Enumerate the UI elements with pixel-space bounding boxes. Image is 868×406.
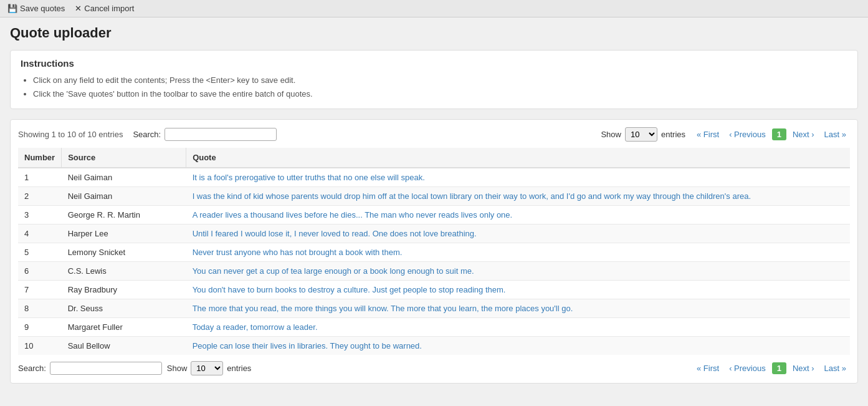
cell-source[interactable]: Ray Bradbury bbox=[62, 281, 186, 299]
bottom-search-input[interactable] bbox=[50, 362, 162, 375]
cancel-import-button[interactable]: ✕ Cancel import bbox=[75, 4, 134, 13]
cell-number[interactable]: 3 bbox=[18, 206, 62, 225]
top-next-button[interactable]: Next › bbox=[789, 128, 818, 140]
cell-number[interactable]: 9 bbox=[18, 318, 62, 337]
table-row: 4Harper LeeUntil I feared I would lose i… bbox=[18, 225, 850, 243]
quotes-table: Number Source Quote 1Neil GaimanIt is a … bbox=[18, 148, 850, 355]
cell-number[interactable]: 7 bbox=[18, 281, 62, 299]
cell-number[interactable]: 5 bbox=[18, 243, 62, 262]
cell-number[interactable]: 1 bbox=[18, 168, 62, 187]
bottom-pagination: « First ‹ Previous 1 Next › Last » bbox=[693, 362, 850, 374]
save-quotes-label: Save quotes bbox=[20, 4, 65, 13]
instruction-item-2: Click the 'Save quotes' button in the to… bbox=[33, 87, 847, 101]
cancel-icon: ✕ bbox=[75, 4, 82, 13]
top-first-button[interactable]: « First bbox=[693, 128, 723, 140]
cell-quote[interactable]: It is a fool's prerogative to utter trut… bbox=[186, 168, 850, 187]
table-section: Showing 1 to 10 of 10 entries Search: Sh… bbox=[10, 119, 858, 384]
table-row: 10Saul BellowPeople can lose their lives… bbox=[18, 337, 850, 355]
bottom-first-button[interactable]: « First bbox=[693, 362, 723, 374]
bottom-next-button[interactable]: Next › bbox=[789, 362, 818, 374]
table-controls-top: Showing 1 to 10 of 10 entries Search: Sh… bbox=[18, 127, 850, 142]
top-last-button[interactable]: Last » bbox=[821, 128, 850, 140]
cell-source[interactable]: Neil Gaiman bbox=[62, 187, 186, 206]
bottom-entries-label: entries bbox=[227, 364, 251, 373]
bottom-current-page: 1 bbox=[772, 362, 786, 374]
bottom-search-label: Search: bbox=[18, 364, 46, 373]
table-row: 3George R. R. MartinA reader lives a tho… bbox=[18, 206, 850, 225]
col-header-quote: Quote bbox=[186, 148, 850, 168]
table-row: 8Dr. SeussThe more that you read, the mo… bbox=[18, 299, 850, 318]
bottom-search-area: Search: bbox=[18, 362, 162, 375]
top-previous-button[interactable]: ‹ Previous bbox=[725, 128, 770, 140]
table-row: 9Margaret FullerToday a reader, tomorrow… bbox=[18, 318, 850, 337]
cell-quote[interactable]: A reader lives a thousand lives before h… bbox=[186, 206, 850, 225]
cell-quote[interactable]: You don't have to burn books to destroy … bbox=[186, 281, 850, 299]
showing-text: Showing 1 to 10 of 10 entries bbox=[18, 130, 123, 139]
bottom-entries-select[interactable]: 10 25 50 100 bbox=[191, 361, 223, 375]
cell-quote[interactable]: The more that you read, the more things … bbox=[186, 299, 850, 318]
cell-quote[interactable]: I was the kind of kid whose parents woul… bbox=[186, 187, 850, 206]
table-row: 6C.S. LewisYou can never get a cup of te… bbox=[18, 262, 850, 281]
top-show-label: Show bbox=[601, 130, 621, 139]
cell-number[interactable]: 8 bbox=[18, 299, 62, 318]
bottom-show-entries: Show 10 25 50 100 entries bbox=[167, 361, 252, 375]
cell-source[interactable]: Margaret Fuller bbox=[62, 318, 186, 337]
table-row: 7Ray BradburyYou don't have to burn book… bbox=[18, 281, 850, 299]
top-pagination: « First ‹ Previous 1 Next › Last » bbox=[693, 128, 850, 140]
cell-quote[interactable]: People can lose their lives in libraries… bbox=[186, 337, 850, 355]
cancel-import-label: Cancel import bbox=[84, 4, 134, 13]
top-show-entries: Show 10 25 50 100 entries bbox=[601, 127, 685, 142]
table-row: 1Neil GaimanIt is a fool's prerogative t… bbox=[18, 168, 850, 187]
cell-number[interactable]: 10 bbox=[18, 337, 62, 355]
top-current-page: 1 bbox=[772, 128, 786, 140]
cell-source[interactable]: Lemony Snicket bbox=[62, 243, 186, 262]
instructions-box: Instructions Click on any field to edit … bbox=[10, 50, 858, 109]
toolbar: 💾 Save quotes ✕ Cancel import bbox=[0, 0, 868, 17]
top-entries-label: entries bbox=[661, 130, 685, 139]
save-icon: 💾 bbox=[7, 4, 17, 13]
cell-quote[interactable]: Never trust anyone who has not brought a… bbox=[186, 243, 850, 262]
cell-source[interactable]: C.S. Lewis bbox=[62, 262, 186, 281]
cell-quote[interactable]: Until I feared I would lose it, I never … bbox=[186, 225, 850, 243]
cell-source[interactable]: Dr. Seuss bbox=[62, 299, 186, 318]
table-header-row: Number Source Quote bbox=[18, 148, 850, 168]
cell-source[interactable]: Harper Lee bbox=[62, 225, 186, 243]
cell-source[interactable]: Neil Gaiman bbox=[62, 168, 186, 187]
page-title: Quote uploader bbox=[10, 25, 858, 41]
bottom-left-controls: Search: Show 10 25 50 100 entries bbox=[18, 361, 251, 375]
top-search-area: Search: bbox=[133, 128, 277, 141]
instructions-list: Click on any field to edit the contents;… bbox=[33, 74, 847, 101]
table-controls-bottom: Search: Show 10 25 50 100 entries « Firs… bbox=[18, 361, 850, 375]
cell-source[interactable]: George R. R. Martin bbox=[62, 206, 186, 225]
table-row: 5Lemony SnicketNever trust anyone who ha… bbox=[18, 243, 850, 262]
bottom-last-button[interactable]: Last » bbox=[821, 362, 850, 374]
cell-source[interactable]: Saul Bellow bbox=[62, 337, 186, 355]
col-header-number: Number bbox=[18, 148, 62, 168]
main-content: Quote uploader Instructions Click on any… bbox=[0, 17, 868, 391]
cell-number[interactable]: 6 bbox=[18, 262, 62, 281]
bottom-show-label: Show bbox=[167, 364, 188, 373]
cell-quote[interactable]: Today a reader, tomorrow a leader. bbox=[186, 318, 850, 337]
save-quotes-button[interactable]: 💾 Save quotes bbox=[7, 4, 65, 13]
top-entries-select[interactable]: 10 25 50 100 bbox=[625, 127, 657, 142]
instructions-title: Instructions bbox=[21, 58, 847, 69]
cell-quote[interactable]: You can never get a cup of tea large eno… bbox=[186, 262, 850, 281]
cell-number[interactable]: 4 bbox=[18, 225, 62, 243]
col-header-source: Source bbox=[62, 148, 186, 168]
bottom-previous-button[interactable]: ‹ Previous bbox=[725, 362, 770, 374]
top-search-label: Search: bbox=[133, 130, 161, 139]
cell-number[interactable]: 2 bbox=[18, 187, 62, 206]
top-search-input[interactable] bbox=[165, 128, 277, 141]
table-row: 2Neil GaimanI was the kind of kid whose … bbox=[18, 187, 850, 206]
instruction-item-1: Click on any field to edit the contents;… bbox=[33, 74, 847, 87]
